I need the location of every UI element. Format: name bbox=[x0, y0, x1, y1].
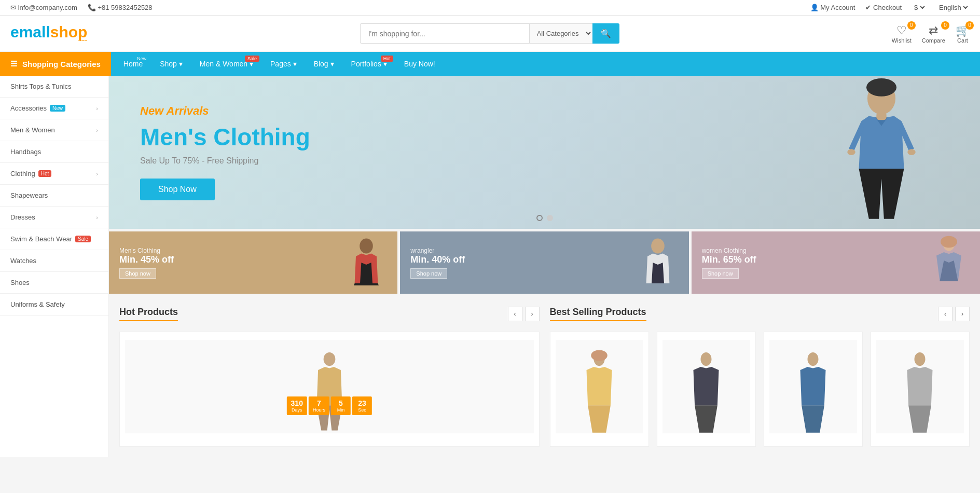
nav-shop[interactable]: Shop ▾ bbox=[153, 53, 190, 75]
best-selling-section: Best Selling Products ‹ › bbox=[550, 307, 970, 447]
wrangler-promo-image bbox=[637, 234, 679, 291]
main: Shirts Tops & Tunics Accessories New › M… bbox=[0, 76, 980, 457]
hero-dot-1[interactable] bbox=[536, 215, 543, 221]
accessories-badge: New bbox=[50, 105, 65, 112]
sidebar-item-watches[interactable]: Watches bbox=[0, 250, 108, 272]
search-button[interactable]: 🔍 bbox=[592, 23, 619, 44]
top-bar: ✉ info@company.com 📞 +81 59832452528 👤 M… bbox=[0, 0, 980, 16]
hot-products-row: 310 Days 7 Hours 5 Min bbox=[119, 332, 540, 447]
nav-links: Home New Shop ▾ Men & Women ▾ Sale Pages… bbox=[111, 52, 448, 76]
promo-mens-brand: Men's Clothing bbox=[119, 247, 174, 254]
hero-text: New Arrivals Men's Clothing Sale Up To 7… bbox=[109, 84, 341, 221]
best-4-silhouette bbox=[902, 350, 938, 433]
sidebar-item-clothing[interactable]: Clothing Hot › bbox=[0, 163, 108, 185]
man-silhouette bbox=[830, 78, 933, 229]
cart-icon-group[interactable]: 🛒 0 Cart bbox=[956, 24, 970, 44]
countdown-hours: 7 Hours bbox=[309, 396, 329, 415]
promo-wrangler-discount: Min. 40% off bbox=[410, 254, 465, 265]
clothing-arrow: › bbox=[96, 171, 98, 177]
countdown: 310 Days 7 Hours 5 Min bbox=[287, 396, 372, 415]
sidebar-label-shapewears: Shapewears bbox=[10, 191, 48, 199]
shopping-categories-button[interactable]: ☰ Shopping Categories bbox=[0, 52, 111, 76]
promo-wrangler-shop[interactable]: Shop now bbox=[410, 268, 447, 279]
best-product-3[interactable] bbox=[764, 332, 863, 447]
nav-pages[interactable]: Pages ▾ bbox=[263, 53, 304, 75]
best-product-1[interactable] bbox=[550, 332, 649, 447]
clothing-badge: Hot bbox=[38, 170, 52, 177]
promo-mens[interactable]: Men's Clothing Min. 45% off Shop now bbox=[109, 231, 397, 294]
sidebar-item-handbags[interactable]: Handbags bbox=[0, 141, 108, 163]
search-bar: All Categories Clothing Electronics 🔍 bbox=[360, 23, 619, 44]
accessories-arrow: › bbox=[96, 105, 98, 112]
header: emallshop ~~~ All Categories Clothing El… bbox=[0, 16, 980, 52]
hot-products-controls: ‹ › bbox=[508, 307, 540, 321]
hero-dot-2[interactable] bbox=[547, 215, 553, 221]
logo[interactable]: emallshop ~~~ bbox=[10, 23, 87, 44]
wishlist-badge: 0 bbox=[907, 21, 916, 30]
hero-cta-button[interactable]: Shop Now bbox=[140, 179, 215, 200]
promo-wrangler[interactable]: wrangler Min. 40% off Shop now bbox=[400, 231, 688, 294]
sidebar-item-accessories[interactable]: Accessories New › bbox=[0, 98, 108, 119]
compare-badge: 0 bbox=[941, 21, 949, 30]
sidebar-item-swim[interactable]: Swim & Beach Wear Sale bbox=[0, 228, 108, 250]
nav-buy-now[interactable]: Buy Now! bbox=[397, 53, 443, 75]
countdown-min: 5 Min bbox=[331, 396, 351, 415]
sidebar-label-handbags: Handbags bbox=[10, 148, 41, 156]
hot-product-1-image bbox=[125, 340, 534, 433]
checkout-link[interactable]: ✔ Checkout bbox=[865, 4, 902, 11]
sidebar-item-shapewears[interactable]: Shapewears bbox=[0, 185, 108, 207]
promo-wrangler-brand: wrangler bbox=[410, 247, 465, 254]
sidebar-item-dresses[interactable]: Dresses › bbox=[0, 207, 108, 228]
men-women-arrow: › bbox=[96, 127, 98, 133]
hero-title: Men's Clothing bbox=[140, 123, 310, 151]
nav-men-women[interactable]: Men & Women ▾ Sale bbox=[192, 53, 260, 75]
search-input[interactable] bbox=[360, 23, 529, 44]
svg-point-2 bbox=[847, 149, 855, 155]
swim-badge: Sale bbox=[75, 236, 91, 242]
best-2-silhouette bbox=[688, 350, 724, 433]
promo-womens-shop[interactable]: Shop now bbox=[702, 268, 739, 279]
sidebar-item-men-women[interactable]: Men & Women › bbox=[0, 119, 108, 141]
wishlist-icon-group[interactable]: ♡ 0 Wishlist bbox=[892, 24, 912, 44]
svg-point-9 bbox=[323, 352, 335, 366]
hero-description: Sale Up To 75% - Free Shipping bbox=[140, 156, 310, 166]
best-product-2-image bbox=[662, 340, 750, 433]
svg-point-8 bbox=[941, 236, 957, 248]
hot-next-button[interactable]: › bbox=[525, 307, 540, 321]
sidebar-item-shirts[interactable]: Shirts Tops & Tunics bbox=[0, 76, 108, 98]
sidebar-label-swim: Swim & Beach Wear bbox=[10, 235, 72, 243]
sidebar-item-shoes[interactable]: Shoes bbox=[0, 272, 108, 294]
best-prev-button[interactable]: ‹ bbox=[938, 307, 953, 321]
nav-portfolios[interactable]: Portfolios ▾ Hot bbox=[344, 53, 394, 75]
hot-prev-button[interactable]: ‹ bbox=[508, 307, 522, 321]
promo-womens[interactable]: women Clothing Min. 65% off Shop now bbox=[692, 231, 980, 294]
sidebar-label-shoes: Shoes bbox=[10, 279, 30, 286]
sidebar-item-uniforms[interactable]: Uniforms & Safety bbox=[0, 294, 108, 316]
best-product-2[interactable] bbox=[657, 332, 756, 447]
svg-point-11 bbox=[591, 350, 608, 361]
currency-select[interactable]: $ € bbox=[912, 3, 927, 12]
category-select[interactable]: All Categories Clothing Electronics bbox=[529, 23, 592, 44]
hot-product-1[interactable]: 310 Days 7 Hours 5 Min bbox=[119, 332, 540, 447]
countdown-sec: 23 Sec bbox=[352, 396, 372, 415]
nav-blog[interactable]: Blog ▾ bbox=[307, 53, 341, 75]
compare-icon-group[interactable]: ⇄ 0 Compare bbox=[922, 24, 945, 44]
nav-home[interactable]: Home New bbox=[116, 53, 150, 75]
portfolios-badge: Hot bbox=[381, 56, 393, 62]
hero-banner: New Arrivals Men's Clothing Sale Up To 7… bbox=[109, 76, 980, 229]
womens-promo-image bbox=[928, 231, 970, 294]
best-product-4[interactable] bbox=[871, 332, 970, 447]
promo-wrangler-text: wrangler Min. 40% off Shop now bbox=[410, 247, 465, 279]
countdown-days: 310 Days bbox=[287, 396, 307, 415]
language-select[interactable]: English bbox=[937, 3, 970, 12]
hot-products-section: Hot Products ‹ › bbox=[119, 307, 540, 447]
hot-products-header: Hot Products ‹ › bbox=[119, 307, 540, 321]
promo-mens-shop[interactable]: Shop now bbox=[119, 268, 156, 279]
best-next-button[interactable]: › bbox=[955, 307, 970, 321]
hero-image bbox=[814, 78, 949, 229]
my-account-link[interactable]: 👤 My Account bbox=[810, 4, 855, 11]
home-badge: New bbox=[134, 56, 149, 62]
hero-subtitle: New Arrivals bbox=[140, 104, 310, 118]
mens-promo-image bbox=[346, 234, 387, 291]
best-selling-title: Best Selling Products bbox=[550, 307, 646, 321]
